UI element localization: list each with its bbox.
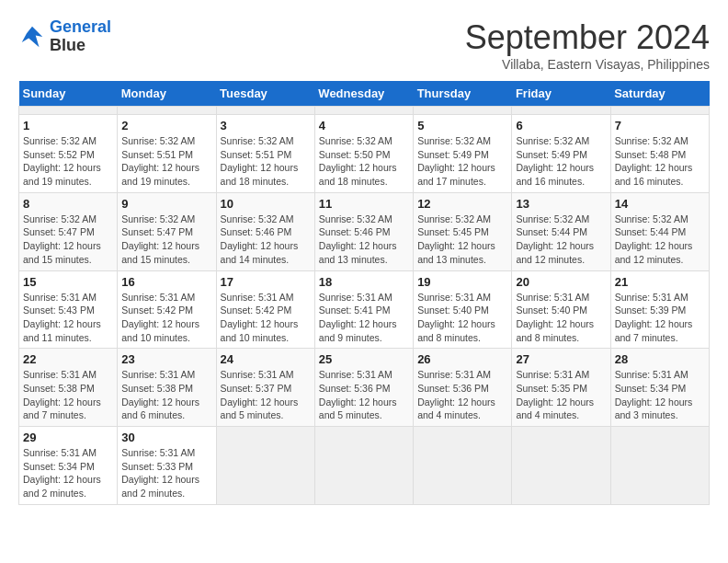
calendar-cell: 19Sunrise: 5:31 AM Sunset: 5:40 PM Dayli…	[414, 270, 512, 349]
calendar-cell: 26Sunrise: 5:31 AM Sunset: 5:36 PM Dayli…	[414, 349, 512, 427]
day-info: Sunrise: 5:31 AM Sunset: 5:33 PM Dayligh…	[121, 446, 211, 500]
day-number: 9	[121, 197, 211, 211]
title-block: September 2024 Villaba, Eastern Visayas,…	[465, 18, 710, 72]
day-info: Sunrise: 5:32 AM Sunset: 5:45 PM Dayligh…	[417, 213, 507, 267]
calendar-cell: 29Sunrise: 5:31 AM Sunset: 5:34 PM Dayli…	[19, 427, 118, 505]
day-info: Sunrise: 5:31 AM Sunset: 5:36 PM Dayligh…	[417, 368, 507, 422]
calendar-cell: 4Sunrise: 5:32 AM Sunset: 5:50 PM Daylig…	[314, 115, 413, 193]
calendar-cell: 8Sunrise: 5:32 AM Sunset: 5:47 PM Daylig…	[19, 192, 118, 270]
day-info: Sunrise: 5:32 AM Sunset: 5:46 PM Dayligh…	[221, 213, 311, 267]
calendar-cell	[414, 427, 512, 505]
day-number: 21	[615, 275, 705, 289]
day-number: 23	[121, 352, 211, 366]
calendar-cell: 23Sunrise: 5:31 AM Sunset: 5:38 PM Dayli…	[118, 349, 216, 427]
calendar-cell	[216, 427, 314, 505]
day-info: Sunrise: 5:31 AM Sunset: 5:34 PM Dayligh…	[615, 368, 705, 422]
calendar-week-3: 8Sunrise: 5:32 AM Sunset: 5:47 PM Daylig…	[19, 192, 710, 270]
day-info: Sunrise: 5:32 AM Sunset: 5:49 PM Dayligh…	[417, 134, 507, 189]
calendar-cell	[19, 107, 118, 115]
day-number: 29	[23, 431, 113, 444]
day-number: 19	[417, 275, 507, 289]
day-info: Sunrise: 5:32 AM Sunset: 5:51 PM Dayligh…	[121, 134, 211, 189]
calendar-cell: 20Sunrise: 5:31 AM Sunset: 5:40 PM Dayli…	[512, 270, 610, 349]
calendar-cell	[118, 107, 216, 115]
day-info: Sunrise: 5:31 AM Sunset: 5:34 PM Dayligh…	[23, 446, 113, 500]
day-number: 20	[516, 275, 606, 289]
calendar-cell: 16Sunrise: 5:31 AM Sunset: 5:42 PM Dayli…	[118, 270, 216, 349]
calendar-cell: 5Sunrise: 5:32 AM Sunset: 5:49 PM Daylig…	[414, 115, 512, 193]
day-number: 13	[516, 197, 606, 211]
day-number: 28	[615, 352, 705, 366]
calendar-cell: 7Sunrise: 5:32 AM Sunset: 5:48 PM Daylig…	[610, 115, 709, 193]
day-info: Sunrise: 5:32 AM Sunset: 5:51 PM Dayligh…	[221, 134, 311, 189]
day-info: Sunrise: 5:32 AM Sunset: 5:48 PM Dayligh…	[615, 134, 705, 189]
day-number: 1	[23, 119, 113, 132]
day-info: Sunrise: 5:32 AM Sunset: 5:50 PM Dayligh…	[319, 134, 409, 189]
day-info: Sunrise: 5:31 AM Sunset: 5:36 PM Dayligh…	[319, 368, 409, 422]
day-number: 22	[23, 352, 113, 366]
day-info: Sunrise: 5:31 AM Sunset: 5:38 PM Dayligh…	[121, 368, 211, 422]
calendar-cell: 30Sunrise: 5:31 AM Sunset: 5:33 PM Dayli…	[118, 427, 216, 505]
calendar-week-2: 1Sunrise: 5:32 AM Sunset: 5:52 PM Daylig…	[19, 115, 710, 193]
day-number: 14	[615, 197, 705, 211]
day-info: Sunrise: 5:31 AM Sunset: 5:38 PM Dayligh…	[23, 368, 113, 422]
day-number: 7	[615, 119, 705, 132]
calendar-cell	[610, 427, 709, 505]
day-number: 18	[319, 275, 409, 289]
day-info: Sunrise: 5:31 AM Sunset: 5:41 PM Dayligh…	[319, 291, 409, 345]
day-info: Sunrise: 5:31 AM Sunset: 5:40 PM Dayligh…	[417, 291, 507, 345]
calendar-cell: 13Sunrise: 5:32 AM Sunset: 5:44 PM Dayli…	[512, 192, 610, 270]
calendar-header-row: SundayMondayTuesdayWednesdayThursdayFrid…	[19, 81, 710, 107]
weekday-header-friday: Friday	[512, 81, 610, 107]
logo: GeneralBlue	[18, 18, 111, 55]
calendar-week-5: 22Sunrise: 5:31 AM Sunset: 5:38 PM Dayli…	[19, 349, 710, 427]
calendar-cell	[610, 107, 709, 115]
weekday-header-thursday: Thursday	[414, 81, 512, 107]
day-info: Sunrise: 5:31 AM Sunset: 5:43 PM Dayligh…	[23, 291, 113, 345]
calendar-cell: 3Sunrise: 5:32 AM Sunset: 5:51 PM Daylig…	[216, 115, 314, 193]
calendar-cell: 6Sunrise: 5:32 AM Sunset: 5:49 PM Daylig…	[512, 115, 610, 193]
day-number: 2	[121, 119, 211, 132]
day-info: Sunrise: 5:32 AM Sunset: 5:44 PM Dayligh…	[516, 213, 606, 267]
calendar-week-6: 29Sunrise: 5:31 AM Sunset: 5:34 PM Dayli…	[19, 427, 710, 505]
weekday-header-sunday: Sunday	[19, 81, 118, 107]
weekday-header-monday: Monday	[118, 81, 216, 107]
day-number: 25	[319, 352, 409, 366]
day-number: 8	[23, 197, 113, 211]
calendar-cell: 1Sunrise: 5:32 AM Sunset: 5:52 PM Daylig…	[19, 115, 118, 193]
weekday-header-tuesday: Tuesday	[216, 81, 314, 107]
calendar-cell: 9Sunrise: 5:32 AM Sunset: 5:47 PM Daylig…	[118, 192, 216, 270]
calendar-cell: 21Sunrise: 5:31 AM Sunset: 5:39 PM Dayli…	[610, 270, 709, 349]
page-header: GeneralBlue September 2024 Villaba, East…	[18, 18, 710, 72]
day-number: 6	[516, 119, 606, 132]
day-number: 11	[319, 197, 409, 211]
month-title: September 2024	[465, 18, 710, 57]
calendar-cell: 18Sunrise: 5:31 AM Sunset: 5:41 PM Dayli…	[314, 270, 413, 349]
calendar-cell: 15Sunrise: 5:31 AM Sunset: 5:43 PM Dayli…	[19, 270, 118, 349]
calendar-week-1	[19, 107, 710, 115]
day-number: 16	[121, 275, 211, 289]
day-info: Sunrise: 5:31 AM Sunset: 5:42 PM Dayligh…	[221, 291, 311, 345]
day-info: Sunrise: 5:32 AM Sunset: 5:44 PM Dayligh…	[615, 213, 705, 267]
calendar-cell: 27Sunrise: 5:31 AM Sunset: 5:35 PM Dayli…	[512, 349, 610, 427]
day-number: 15	[23, 275, 113, 289]
day-info: Sunrise: 5:32 AM Sunset: 5:49 PM Dayligh…	[516, 134, 606, 189]
day-info: Sunrise: 5:31 AM Sunset: 5:37 PM Dayligh…	[221, 368, 311, 422]
day-number: 5	[417, 119, 507, 132]
day-info: Sunrise: 5:31 AM Sunset: 5:35 PM Dayligh…	[516, 368, 606, 422]
calendar-cell: 24Sunrise: 5:31 AM Sunset: 5:37 PM Dayli…	[216, 349, 314, 427]
calendar-cell	[512, 107, 610, 115]
day-number: 17	[221, 275, 311, 289]
weekday-header-saturday: Saturday	[610, 81, 709, 107]
calendar-cell: 2Sunrise: 5:32 AM Sunset: 5:51 PM Daylig…	[118, 115, 216, 193]
day-number: 3	[221, 119, 311, 132]
calendar-cell	[216, 107, 314, 115]
day-info: Sunrise: 5:32 AM Sunset: 5:47 PM Dayligh…	[121, 213, 211, 267]
calendar-body: 1Sunrise: 5:32 AM Sunset: 5:52 PM Daylig…	[19, 107, 710, 505]
calendar-cell: 10Sunrise: 5:32 AM Sunset: 5:46 PM Dayli…	[216, 192, 314, 270]
day-info: Sunrise: 5:32 AM Sunset: 5:46 PM Dayligh…	[319, 213, 409, 267]
calendar-cell: 17Sunrise: 5:31 AM Sunset: 5:42 PM Dayli…	[216, 270, 314, 349]
day-info: Sunrise: 5:32 AM Sunset: 5:47 PM Dayligh…	[23, 213, 113, 267]
location: Villaba, Eastern Visayas, Philippines	[465, 57, 710, 72]
day-number: 24	[221, 352, 311, 366]
